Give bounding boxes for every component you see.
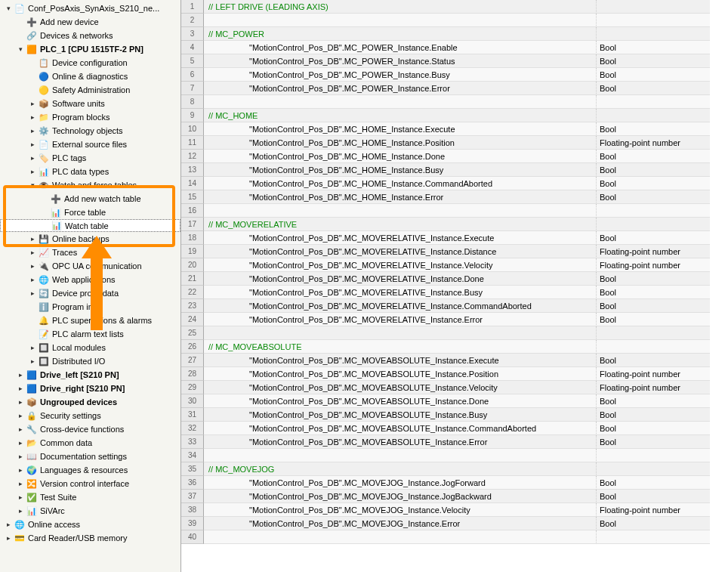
table-row[interactable]: 8 [181, 95, 728, 109]
table-row[interactable]: 13"MotionControl_Pos_DB".MC_HOME_Instanc… [181, 163, 728, 177]
tree-item-plc-tags[interactable]: ▸🏷️PLC tags [0, 151, 180, 165]
cell-name[interactable]: "MotionControl_Pos_DB".MC_MOVEABSOLUTE_I… [204, 354, 597, 367]
cell-type[interactable] [597, 326, 710, 340]
cell-type[interactable]: Bool [597, 177, 710, 190]
table-row[interactable]: 21"MotionControl_Pos_DB".MC_MOVERELATIVE… [181, 272, 728, 286]
table-row[interactable]: 6"MotionControl_Pos_DB".MC_POWER_Instanc… [181, 68, 728, 82]
tree-item-software-units[interactable]: ▸📦Software units [0, 97, 180, 110]
table-row[interactable]: 22"MotionControl_Pos_DB".MC_MOVERELATIVE… [181, 286, 728, 299]
tree-item-online-diagnostics[interactable]: 🔵Online & diagnostics [0, 70, 180, 83]
cell-name[interactable]: "MotionControl_Pos_DB".MC_MOVEJOG_Instan… [204, 517, 597, 530]
cell-name[interactable]: "MotionControl_Pos_DB".MC_MOVERELATIVE_I… [204, 299, 597, 313]
cell-name[interactable]: "MotionControl_Pos_DB".MC_MOVEJOG_Instan… [204, 490, 597, 503]
cell-name[interactable]: // MC_HOME [204, 109, 597, 122]
cell-type[interactable]: Bool [597, 190, 710, 204]
table-row[interactable]: 3// MC_POWER [181, 27, 728, 41]
table-row[interactable]: 24"MotionControl_Pos_DB".MC_MOVERELATIVE… [181, 313, 728, 326]
tree-expand-icon[interactable]: ▸ [27, 166, 38, 177]
tree-item-watch-and-force-tables[interactable]: ▾👁️Watch and force tables [0, 178, 180, 192]
cell-type[interactable]: Bool [597, 476, 710, 490]
cell-name[interactable] [204, 530, 597, 544]
tree-item-conf-posaxis-synaxis-s210-ne[interactable]: ▾📄Conf_PosAxis_SynAxis_S210_ne... [0, 2, 180, 15]
cell-type[interactable]: Floating-point number [597, 258, 710, 272]
cell-type[interactable]: Bool [597, 231, 710, 245]
cell-type[interactable] [597, 530, 710, 544]
cell-type[interactable] [597, 27, 710, 41]
tree-expand-icon[interactable]: ▸ [27, 356, 38, 366]
tree-expand-icon[interactable]: ▸ [27, 274, 38, 285]
table-row[interactable]: 26// MC_MOVEABSOLUTE [181, 340, 728, 354]
tree-item-plc-1-cpu-1515tf-2-pn[interactable]: ▾🟧PLC_1 [CPU 1515TF-2 PN] [0, 42, 180, 56]
tree-expand-icon[interactable]: ▸ [27, 112, 38, 122]
cell-type[interactable] [597, 109, 710, 122]
cell-type[interactable]: Floating-point number [597, 245, 710, 258]
tree-item-program-blocks[interactable]: ▸📁Program blocks [0, 110, 180, 124]
cell-type[interactable] [597, 0, 710, 14]
tree-expand-icon[interactable]: ▸ [15, 383, 26, 394]
cell-type[interactable] [597, 14, 710, 27]
tree-expand-icon[interactable]: ▾ [15, 44, 26, 54]
cell-type[interactable]: Floating-point number [597, 367, 710, 381]
cell-type[interactable]: Bool [597, 422, 710, 435]
cell-name[interactable]: "MotionControl_Pos_DB".MC_POWER_Instance… [204, 68, 597, 82]
cell-name[interactable]: "MotionControl_Pos_DB".MC_POWER_Instance… [204, 82, 597, 95]
tree-item-plc-data-types[interactable]: ▸📊PLC data types [0, 165, 180, 178]
table-row[interactable]: 20"MotionControl_Pos_DB".MC_MOVERELATIVE… [181, 258, 728, 272]
cell-name[interactable] [204, 14, 597, 27]
tree-item-cross-device-functions[interactable]: ▸🔧Cross-device functions [0, 422, 180, 436]
table-row[interactable]: 4"MotionControl_Pos_DB".MC_POWER_Instanc… [181, 41, 728, 54]
tree-expand-icon[interactable]: ▾ [27, 180, 38, 190]
cell-type[interactable]: Bool [597, 517, 710, 530]
tree-item-ungrouped-devices[interactable]: ▸📦Ungrouped devices [0, 395, 180, 409]
tree-expand-icon[interactable]: ▾ [3, 3, 14, 14]
cell-name[interactable]: "MotionControl_Pos_DB".MC_MOVEABSOLUTE_I… [204, 435, 597, 449]
tree-item-plc-supervisions-alarms[interactable]: 🔔PLC supervisions & alarms [0, 314, 180, 327]
table-row[interactable]: 30"MotionControl_Pos_DB".MC_MOVEABSOLUTE… [181, 394, 728, 408]
cell-type[interactable] [597, 95, 710, 109]
tree-expand-icon[interactable]: ▸ [27, 233, 38, 244]
cell-name[interactable]: // MC_POWER [204, 27, 597, 41]
tree-item-distributed-i-o[interactable]: ▸🔲Distributed I/O [0, 354, 180, 368]
cell-type[interactable] [597, 204, 710, 218]
cell-name[interactable]: "MotionControl_Pos_DB".MC_MOVERELATIVE_I… [204, 272, 597, 286]
table-row[interactable]: 33"MotionControl_Pos_DB".MC_MOVEABSOLUTE… [181, 435, 728, 449]
table-row[interactable]: 35// MC_MOVEJOG [181, 462, 728, 476]
cell-name[interactable]: "MotionControl_Pos_DB".MC_MOVEJOG_Instan… [204, 476, 597, 490]
tree-expand-icon[interactable]: ▸ [3, 533, 14, 543]
table-row[interactable]: 2 [181, 14, 728, 27]
cell-type[interactable] [597, 462, 710, 476]
cell-name[interactable] [204, 326, 597, 340]
table-row[interactable]: 28"MotionControl_Pos_DB".MC_MOVEABSOLUTE… [181, 367, 728, 381]
tree-expand-icon[interactable]: ▸ [15, 410, 26, 421]
tree-item-web-applications[interactable]: ▸🌐Web applications [0, 273, 180, 286]
tree-item-drive-left-s210-pn[interactable]: ▸🟦Drive_left [S210 PN] [0, 368, 180, 382]
tree-expand-icon[interactable]: ▸ [15, 478, 26, 489]
tree-expand-icon[interactable]: ▸ [15, 451, 26, 462]
tree-item-add-new-device[interactable]: ➕Add new device [0, 15, 180, 29]
tree-item-languages-resources[interactable]: ▸🌍Languages & resources [0, 463, 180, 477]
table-row[interactable]: 36"MotionControl_Pos_DB".MC_MOVEJOG_Inst… [181, 476, 728, 490]
cell-name[interactable] [204, 95, 597, 109]
cell-type[interactable] [597, 449, 710, 462]
cell-name[interactable]: "MotionControl_Pos_DB".MC_MOVEABSOLUTE_I… [204, 394, 597, 408]
cell-type[interactable]: Bool [597, 82, 710, 95]
cell-type[interactable]: Bool [597, 408, 710, 422]
table-row[interactable]: 34 [181, 449, 728, 462]
tree-expand-icon[interactable]: ▸ [27, 342, 38, 353]
cell-name[interactable]: "MotionControl_Pos_DB".MC_HOME_Instance.… [204, 163, 597, 177]
tree-item-device-configuration[interactable]: 📋Device configuration [0, 56, 180, 70]
table-row[interactable]: 27"MotionControl_Pos_DB".MC_MOVEABSOLUTE… [181, 354, 728, 367]
tree-expand-icon[interactable]: ▸ [27, 139, 38, 150]
tree-item-technology-objects[interactable]: ▸⚙️Technology objects [0, 124, 180, 138]
cell-name[interactable]: "MotionControl_Pos_DB".MC_MOVERELATIVE_I… [204, 286, 597, 299]
table-row[interactable]: 7"MotionControl_Pos_DB".MC_POWER_Instanc… [181, 82, 728, 95]
tree-item-external-source-files[interactable]: ▸📄External source files [0, 138, 180, 151]
cell-name[interactable]: "MotionControl_Pos_DB".MC_MOVEABSOLUTE_I… [204, 381, 597, 394]
table-row[interactable]: 11"MotionControl_Pos_DB".MC_HOME_Instanc… [181, 136, 728, 150]
tree-expand-icon[interactable]: ▸ [27, 153, 38, 163]
tree-expand-icon[interactable]: ▸ [27, 288, 38, 298]
tree-item-watch-table[interactable]: 📊Watch table [0, 219, 180, 232]
tree-item-security-settings[interactable]: ▸🔒Security settings [0, 409, 180, 422]
cell-name[interactable]: "MotionControl_Pos_DB".MC_MOVERELATIVE_I… [204, 245, 597, 258]
table-row[interactable]: 40 [181, 530, 728, 544]
